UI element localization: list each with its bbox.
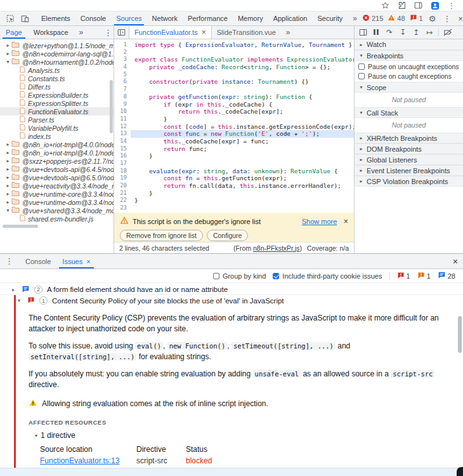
sidebar-section-xhr-fetch-breakpoints[interactable]: ▸XHR/fetch Breakpoints xyxy=(355,133,463,143)
tab-performance[interactable]: Performance xyxy=(183,11,233,25)
chevron-right-icon[interactable]: ▸ xyxy=(4,158,11,164)
tree-item[interactable]: ▸@n8n_io+riot-tmpl@4.0.0/node xyxy=(0,140,114,149)
sidebar-toggle-icon[interactable] xyxy=(356,27,369,38)
banner-close-icon[interactable]: × xyxy=(341,216,348,226)
tree-item[interactable]: ▸@vue+runtime-dom@3.3.4/noc xyxy=(0,198,114,206)
tree-item[interactable]: ▾@vue+shared@3.3.4/node_mo xyxy=(0,206,114,215)
line-number[interactable]: 2 xyxy=(114,49,131,56)
chevron-right-icon[interactable]: ▸ xyxy=(4,150,11,155)
line-number[interactable]: 21 xyxy=(114,190,131,197)
close-drawer-icon[interactable]: × xyxy=(453,254,458,268)
toolbar-checkbox-include-third-party-cookie-issues[interactable]: Include third-party cookie issues xyxy=(273,272,382,280)
step-into-icon[interactable]: ↧ xyxy=(396,27,409,38)
line-number[interactable]: 13 xyxy=(114,130,131,138)
chevron-right-icon[interactable]: ▸ xyxy=(4,142,11,147)
chevron-down-icon[interactable]: ▾ xyxy=(18,298,23,303)
tab-console[interactable]: Console xyxy=(75,11,111,25)
checkbox-unchecked[interactable] xyxy=(358,63,365,70)
line-number[interactable]: 18 xyxy=(114,168,131,175)
tree-item[interactable]: ▸@lezer+python@1.1.5/node_m xyxy=(0,41,114,50)
sidebar-section-breakpoints[interactable]: ▾Breakpoints xyxy=(355,50,463,61)
tree-item[interactable]: VariablePolyfill.ts xyxy=(0,124,114,132)
line-number[interactable]: 12 xyxy=(114,123,131,131)
close-devtools-icon[interactable]: × xyxy=(457,15,463,23)
line-number[interactable]: 22 xyxy=(114,197,131,204)
sidebar-section-scope[interactable]: ▾Scope xyxy=(355,82,463,93)
sidebar-section-dom-breakpoints[interactable]: ▸DOM Breakpoints xyxy=(355,143,463,154)
extensions-icon[interactable] xyxy=(398,1,406,10)
checkbox-checked[interactable] xyxy=(273,273,279,279)
more-editor-tabs-icon[interactable]: » xyxy=(281,26,296,39)
more-navigator-tabs-icon[interactable]: » xyxy=(74,26,89,39)
sidebar-section-call-stack[interactable]: ▾Call Stack xyxy=(355,107,463,118)
profile-avatar[interactable] xyxy=(431,1,440,10)
sourcemap-link[interactable]: n8n-PFkstxPr.js xyxy=(253,244,300,252)
pause-exception-option[interactable]: Pause on caught exceptions xyxy=(355,72,463,80)
line-number[interactable]: 6 xyxy=(114,78,131,86)
more-panels-icon[interactable]: » xyxy=(348,11,362,25)
tab-sources[interactable]: Sources xyxy=(111,11,147,25)
line-number[interactable]: 23 xyxy=(114,204,131,212)
banner-button-remove-from-ignore-list[interactable]: Remove from ignore list xyxy=(120,230,203,241)
line-number[interactable]: 10 xyxy=(114,108,131,116)
chevron-right-icon[interactable]: ▸ xyxy=(12,287,17,293)
side-panel-icon[interactable] xyxy=(414,1,422,10)
tab-application[interactable]: Application xyxy=(268,11,313,25)
tree-item[interactable]: ▸@n8n+codemirror-lang-sql@1. xyxy=(0,50,114,58)
line-number[interactable]: 19 xyxy=(114,175,131,182)
banner-button-configure[interactable]: Configure xyxy=(207,230,249,241)
tree-item[interactable]: Analysis.ts xyxy=(0,66,114,74)
console-error-count[interactable]: 215 xyxy=(362,14,383,23)
tab-elements[interactable]: Elements xyxy=(36,11,75,25)
step-over-icon[interactable]: ↷ xyxy=(383,27,396,38)
line-number[interactable]: 1 xyxy=(114,41,131,49)
step-out-icon[interactable]: ↥ xyxy=(410,27,422,38)
line-number[interactable]: 4 xyxy=(114,63,131,71)
drawer-menu-kebab-icon[interactable]: ⋮ xyxy=(5,254,20,268)
star-icon[interactable] xyxy=(381,1,389,10)
line-number[interactable]: 3 xyxy=(114,56,131,63)
issue-row[interactable]: ▾1Content Security Policy of your site b… xyxy=(16,295,463,306)
tree-item[interactable]: ▸@vue+runtime-core@3.3.4/noc xyxy=(0,190,114,198)
line-number[interactable]: 11 xyxy=(114,116,131,123)
chevron-right-icon[interactable]: ▸ xyxy=(4,166,11,172)
close-tab-icon[interactable]: × xyxy=(202,28,206,37)
tree-item[interactable]: ▸@sxzz+popperjs-es@2.11.7/nc xyxy=(0,157,114,165)
tree-item[interactable]: ▸@vue+reactivity@3.3.4/node_n xyxy=(0,182,114,190)
sidebar-section-event-listener-breakpoints[interactable]: ▸Event Listener Breakpoints xyxy=(355,165,463,176)
tree-item[interactable]: ▸@vue+devtools-api@6.4.5/nod xyxy=(0,165,114,173)
deactivate-breakpoints-icon[interactable] xyxy=(441,27,454,38)
step-icon[interactable]: ↦ xyxy=(423,27,436,38)
navigator-toggle-icon[interactable] xyxy=(114,26,129,39)
editor-tab-functionevaluator-ts[interactable]: FunctionEvaluator.ts× xyxy=(129,26,212,39)
code-editor[interactable]: 1import type { ExpressionEvaluator, Retu… xyxy=(114,39,354,213)
checkbox-unchecked[interactable] xyxy=(213,273,219,279)
settings-gear-icon[interactable]: ⚙ xyxy=(427,15,438,23)
line-number[interactable]: 17 xyxy=(114,160,131,168)
line-number[interactable]: 9 xyxy=(114,101,131,109)
console-issues-count[interactable]: 1 xyxy=(410,14,423,23)
tree-item[interactable]: ▾@n8n+tournament@1.0.2/node xyxy=(0,58,114,66)
tree-item[interactable]: Constants.ts xyxy=(0,74,114,83)
navigator-tab-workspace[interactable]: Workspace xyxy=(28,26,74,39)
tree-horizontal-scrollbar[interactable] xyxy=(3,225,38,228)
chevron-right-icon[interactable]: ▸ xyxy=(4,191,11,197)
pause-exception-option[interactable]: Pause on uncaught exceptions xyxy=(355,63,463,70)
sidebar-section-csp-violation-breakpoints[interactable]: ▸CSP Violation Breakpoints xyxy=(355,176,463,187)
show-more-link[interactable]: Show more xyxy=(302,218,337,225)
sidebar-section-watch[interactable]: ▸Watch xyxy=(355,39,463,50)
tree-item[interactable]: shared.esm-bundler.js xyxy=(0,215,114,223)
tree-item[interactable]: ▸@vue+devtools-api@6.5.0/nod xyxy=(0,173,114,182)
toolbar-checkbox-group-by-kind[interactable]: Group by kind xyxy=(213,272,266,280)
chevron-down-icon[interactable]: ▾ xyxy=(35,433,37,439)
issue-row[interactable]: ▸2A form field element should have an id… xyxy=(0,284,463,295)
menu-kebab-icon[interactable]: ⋮ xyxy=(441,15,452,23)
device-toolbar-icon[interactable] xyxy=(18,11,32,25)
line-number[interactable]: 14 xyxy=(114,138,131,145)
drawer-scrollbar[interactable] xyxy=(458,316,462,353)
chevron-right-icon[interactable]: ▸ xyxy=(4,183,11,188)
tab-network[interactable]: Network xyxy=(147,11,183,25)
console-warning-count[interactable]: 48 xyxy=(388,14,405,23)
line-number[interactable]: 7 xyxy=(114,86,131,93)
checkbox-unchecked[interactable] xyxy=(358,73,365,79)
